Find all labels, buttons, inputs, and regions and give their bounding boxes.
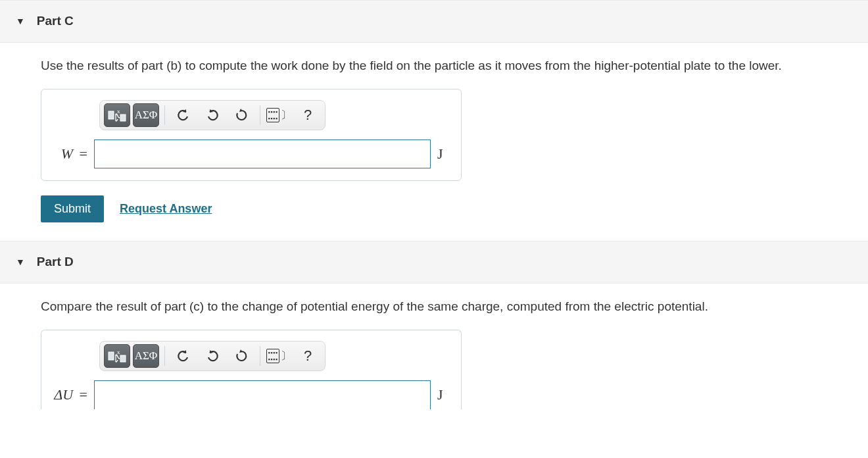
variable-label: ΔU =: [52, 385, 87, 405]
part-header[interactable]: ▼ Part C: [0, 0, 868, 43]
template-picker-button[interactable]: x: [104, 103, 130, 127]
unit-label: J: [437, 144, 450, 165]
toolbar-separator: [164, 105, 165, 125]
variable-label: W =: [52, 144, 87, 165]
equation-toolbar: x ΑΣΦ ▪▪▪▪▪▪▪▪ 〕 ?: [99, 100, 326, 130]
keyboard-button[interactable]: ▪▪▪▪▪▪▪▪ 〕: [266, 103, 292, 127]
answer-panel: x ΑΣΦ ▪▪▪▪▪▪▪▪ 〕 ? Δ: [41, 330, 462, 409]
answer-input[interactable]: [94, 140, 431, 168]
keyboard-button[interactable]: ▪▪▪▪▪▪▪▪ 〕: [266, 344, 292, 368]
undo-button[interactable]: [170, 103, 197, 127]
redo-button[interactable]: [199, 103, 226, 127]
keyboard-icon: ▪▪▪▪▪▪▪▪: [266, 108, 280, 122]
collapse-caret-icon: ▼: [16, 15, 25, 28]
equation-toolbar: x ΑΣΦ ▪▪▪▪▪▪▪▪ 〕 ?: [99, 341, 326, 371]
part-title: Part C: [37, 13, 74, 30]
answer-input[interactable]: [94, 380, 431, 409]
request-answer-link[interactable]: Request Answer: [120, 201, 212, 217]
svg-rect-5: [120, 355, 126, 362]
part-header[interactable]: ▼ Part D: [0, 241, 868, 284]
reset-button[interactable]: [228, 344, 254, 368]
submit-button[interactable]: Submit: [41, 195, 104, 222]
part-body: Compare the result of part (c) to the ch…: [0, 284, 868, 410]
question-text: Use the results of part (b) to compute t…: [41, 57, 842, 75]
equation-row: ΔU = J: [52, 380, 450, 409]
svg-rect-2: [120, 114, 126, 121]
actions-row: Submit Request Answer: [41, 195, 842, 222]
collapse-caret-icon: ▼: [16, 256, 25, 269]
question-text: Compare the result of part (c) to the ch…: [41, 298, 842, 316]
help-button[interactable]: ?: [295, 103, 321, 127]
svg-text:x: x: [117, 108, 120, 114]
undo-button[interactable]: [170, 344, 197, 368]
help-button[interactable]: ?: [295, 344, 321, 368]
greek-letters-button[interactable]: ΑΣΦ: [133, 344, 159, 368]
redo-button[interactable]: [199, 344, 226, 368]
keyboard-icon: ▪▪▪▪▪▪▪▪: [266, 349, 280, 363]
toolbar-separator: [260, 346, 260, 366]
toolbar-separator: [164, 346, 165, 366]
svg-text:x: x: [117, 349, 120, 355]
reset-button[interactable]: [228, 103, 254, 127]
equation-row: W = J: [52, 140, 450, 168]
greek-letters-button[interactable]: ΑΣΦ: [133, 103, 159, 127]
answer-panel: x ΑΣΦ ▪▪▪▪▪▪▪▪ 〕 ? W: [41, 89, 462, 181]
toolbar-separator: [260, 105, 260, 125]
svg-rect-0: [108, 111, 114, 119]
unit-label: J: [437, 385, 450, 405]
template-picker-button[interactable]: x: [104, 344, 130, 368]
part-title: Part D: [37, 253, 74, 271]
svg-rect-3: [108, 352, 114, 360]
part-body: Use the results of part (b) to compute t…: [0, 43, 868, 242]
